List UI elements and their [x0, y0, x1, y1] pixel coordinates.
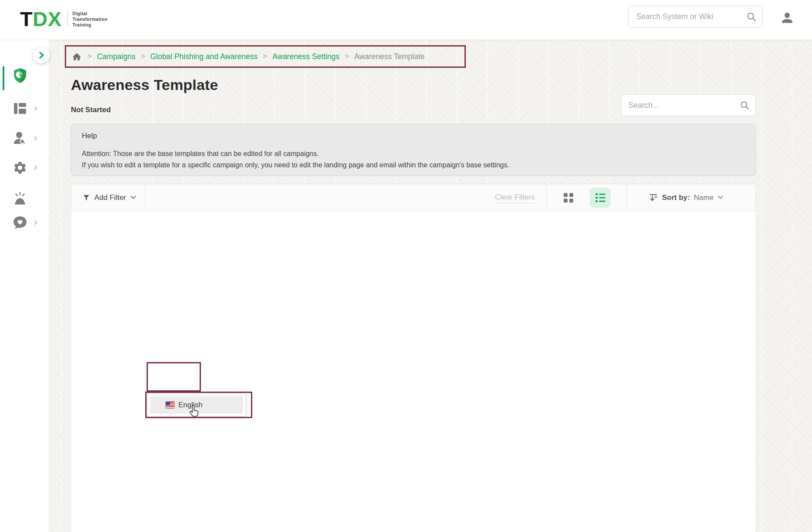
- mouse-cursor-pointer: [187, 404, 201, 421]
- breadcrumb-awareness-settings[interactable]: Awareness Settings: [272, 52, 339, 61]
- chevron-down-icon: [130, 196, 136, 200]
- chevron-down-icon: [718, 196, 723, 200]
- logo-divider: [67, 12, 68, 26]
- sidebar-active-indicator: [3, 66, 4, 90]
- grid-view-icon: [562, 191, 575, 204]
- grid-view-button[interactable]: [562, 191, 575, 204]
- breadcrumb-separator: >: [345, 52, 349, 61]
- sort-icon: [649, 193, 658, 202]
- chevron-right-icon: [33, 136, 38, 141]
- toolbar-divider: [626, 184, 627, 211]
- sort-by-button[interactable]: Sort by: Name: [649, 184, 723, 211]
- tagline-line-2: Transformation: [73, 17, 108, 22]
- help-line-1: Attention: Those are the base templates …: [82, 148, 745, 160]
- search-icon[interactable]: [747, 12, 756, 22]
- sidebar-item-feedback[interactable]: [12, 215, 28, 230]
- sidebar-item-awareness[interactable]: [12, 68, 28, 84]
- chevron-right-icon: [33, 165, 38, 170]
- help-panel: Help Attention: Those are the base templ…: [71, 124, 756, 176]
- left-sidebar: [0, 40, 49, 532]
- us-flag-icon: [166, 402, 174, 408]
- feedback-heart-icon: [12, 215, 28, 230]
- chevron-right-icon: [33, 220, 38, 225]
- add-filter-button[interactable]: Add Filter: [71, 184, 145, 211]
- users-icon: [13, 131, 27, 146]
- logo-letters-dx: DX: [33, 7, 61, 30]
- page-title: Awareness Template: [71, 76, 218, 93]
- sidebar-item-users[interactable]: [12, 130, 28, 146]
- breadcrumb-campaigns[interactable]: Campaigns: [97, 52, 136, 61]
- breadcrumb-separator: >: [140, 52, 145, 61]
- sidebar-item-projects[interactable]: [12, 101, 28, 116]
- sort-by-value: Name: [694, 193, 713, 202]
- toolbar-divider: [546, 184, 547, 211]
- shield-icon: [12, 67, 28, 85]
- global-search-input[interactable]: [636, 12, 747, 21]
- home-icon[interactable]: [72, 52, 81, 61]
- help-line-2: If you wish to edit a template for a spe…: [82, 160, 745, 171]
- search-icon[interactable]: [740, 101, 749, 110]
- top-header: TDX Digital Transformation Training: [0, 0, 812, 40]
- breadcrumb-separator: >: [87, 52, 92, 61]
- sidebar-item-alerts[interactable]: [12, 190, 28, 206]
- app-viewport: TDX Digital Transformation Training: [0, 0, 812, 532]
- logo-letter-t: T: [20, 7, 33, 30]
- tagline-line-1: Digital: [73, 11, 108, 17]
- chevron-right-icon: [38, 52, 44, 59]
- template-search: [621, 94, 756, 116]
- user-profile-button[interactable]: [779, 8, 796, 27]
- chevron-right-icon: [33, 106, 38, 111]
- list-view-icon: [595, 192, 606, 203]
- filter-toolbar: Add Filter Clear Filters: [71, 184, 756, 211]
- global-search: [628, 6, 763, 28]
- help-title: Help: [82, 132, 745, 140]
- settings-icon: [13, 160, 27, 175]
- add-filter-label: Add Filter: [94, 193, 126, 202]
- logo-tagline: Digital Transformation Training: [73, 11, 108, 28]
- tagline-line-3: Training: [73, 22, 108, 28]
- tdx-logo[interactable]: TDX Digital Transformation Training: [20, 7, 107, 31]
- sidebar-item-settings[interactable]: [12, 160, 28, 176]
- breadcrumb-annotation-box: > Campaigns > Global Phishing and Awaren…: [65, 45, 466, 68]
- breadcrumb-separator: >: [263, 52, 267, 61]
- sort-by-label: Sort by:: [662, 193, 690, 202]
- template-list-panel: [71, 211, 756, 532]
- alarm-icon: [12, 191, 28, 206]
- sidebar-expand-button[interactable]: [33, 47, 50, 63]
- template-search-input[interactable]: [628, 101, 740, 110]
- logo-text: TDX: [20, 7, 62, 31]
- user-icon: [780, 10, 794, 25]
- projects-icon: [13, 102, 27, 116]
- status-badge: Not Started: [71, 106, 111, 114]
- filter-funnel-icon: [83, 194, 90, 201]
- clear-filters-button[interactable]: Clear Filters: [495, 193, 535, 203]
- breadcrumb-current: Awareness Template: [354, 52, 424, 61]
- list-view-button[interactable]: [590, 188, 611, 208]
- breadcrumb-global-phishing[interactable]: Global Phishing and Awareness: [150, 52, 257, 61]
